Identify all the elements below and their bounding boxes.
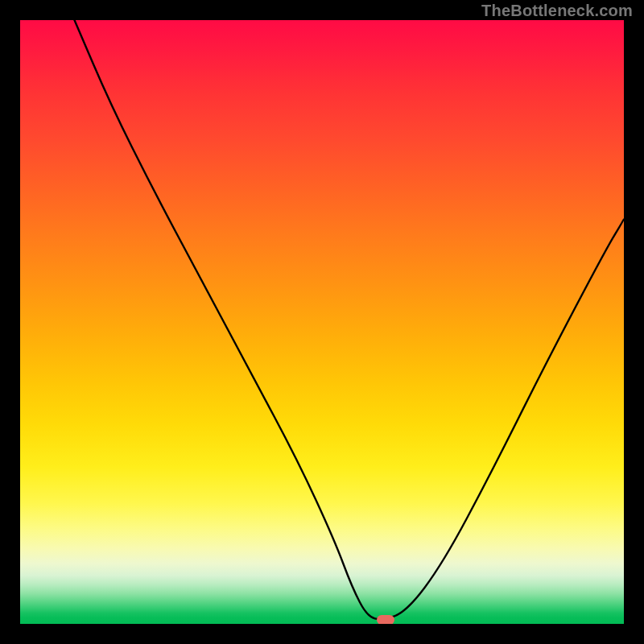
optimum-marker (377, 615, 394, 624)
curve-path (75, 20, 625, 619)
bottleneck-curve (20, 20, 624, 624)
plot-area (20, 20, 624, 624)
chart-frame: TheBottleneck.com (0, 0, 644, 644)
watermark-text: TheBottleneck.com (481, 2, 633, 20)
